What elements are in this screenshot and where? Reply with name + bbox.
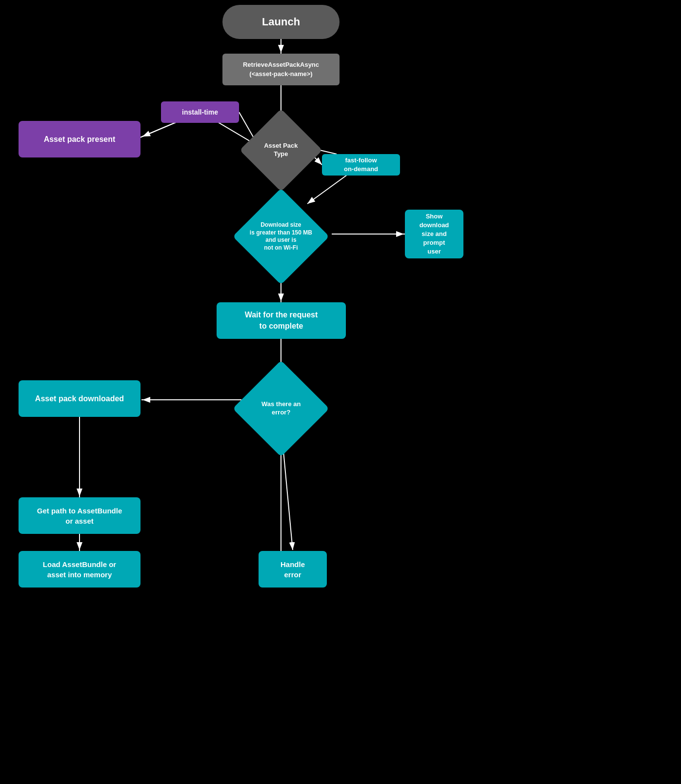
retrieve-node: RetrieveAssetPackAsync (<asset-pack-name… [222, 54, 340, 85]
getpath-label: Get path to AssetBundle or asset [37, 506, 122, 526]
downloadsize-diamond: Download size is greater than 150 MB and… [247, 202, 315, 271]
flowchart: Launch RetrieveAssetPackAsync (<asset-pa… [0, 0, 681, 784]
getpath-node: Get path to AssetBundle or asset [19, 497, 140, 534]
assetpresent-label: Asset pack present [44, 135, 116, 144]
handleerror-node: Handle error [259, 551, 327, 588]
assetpresent-node: Asset pack present [19, 121, 140, 157]
assetdownloaded-label: Asset pack downloaded [35, 394, 124, 403]
loadasset-label: Load AssetBundle or asset into memory [43, 559, 116, 580]
launch-node: Launch [222, 5, 340, 39]
assetdownloaded-node: Asset pack downloaded [19, 380, 140, 417]
retrieve-label: RetrieveAssetPackAsync (<asset-pack-name… [243, 60, 319, 78]
assetpacktype-diamond: Asset Pack Type [252, 121, 310, 179]
loadasset-node: Load AssetBundle or asset into memory [19, 551, 140, 588]
assetpacktype-label: Asset Pack Type [261, 139, 300, 161]
downloadsize-label: Download size is greater than 150 MB and… [247, 219, 315, 254]
fastfollow-label: fast-follow on-demand [344, 156, 378, 174]
showdownload-label: Show download size and prompt user [420, 212, 449, 256]
waitrequest-label: Wait for the request to complete [245, 310, 318, 332]
installtime-node: install-time [161, 101, 239, 123]
showdownload-node: Show download size and prompt user [405, 210, 463, 258]
handleerror-label: Handle error [280, 559, 305, 580]
installtime-label: install-time [182, 108, 218, 116]
waserror-label: Was there an error? [259, 398, 303, 419]
waitrequest-node: Wait for the request to complete [217, 302, 346, 339]
fastfollow-node: fast-follow on-demand [322, 154, 400, 176]
waserror-diamond: Was there an error? [247, 374, 315, 443]
launch-label: Launch [262, 16, 300, 28]
